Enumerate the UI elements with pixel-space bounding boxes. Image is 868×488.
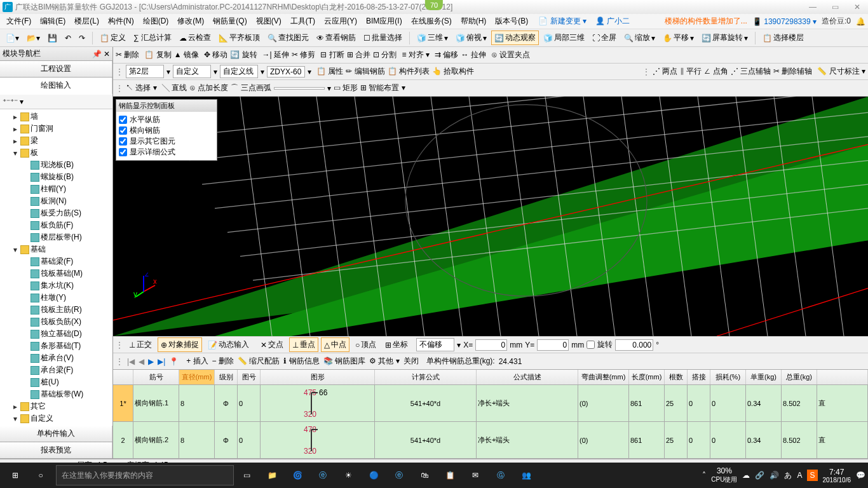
table-row[interactable]: 1*横向钢筋.18Φ047532066541+40*d净长+端头(0)86125… — [113, 385, 868, 422]
people-icon[interactable]: 👥 — [513, 463, 539, 488]
maximize-button[interactable]: ▭ — [827, 3, 844, 11]
menu-modify[interactable]: 修改(M) — [173, 15, 208, 28]
ime2-icon[interactable]: S — [807, 470, 817, 481]
merge-button[interactable]: ⊞ 合并 — [347, 50, 370, 60]
rect-button[interactable]: ▭ 矩形 — [334, 83, 358, 93]
zoom-button[interactable]: 🔍 缩放 ▾ — [621, 30, 658, 45]
menu-new-change[interactable]: 📄 新建变更 ▾ — [534, 15, 590, 28]
windows-taskbar[interactable]: ⊞ ○ 在这里输入你要搜索的内容 ▭ 📁 🌀 ⓔ ☀ 🔵 ⓔ 🛍 📋 ✉ Ⓖ 👥… — [0, 463, 868, 488]
tree-node[interactable]: 桩(U) — [1, 376, 111, 388]
object-snap-button[interactable]: ⊕ 对象捕捉 — [158, 337, 202, 352]
tree-node[interactable]: ▸墙 — [1, 111, 111, 123]
three-aux-button[interactable]: ⋰ 三点辅轴 — [731, 66, 771, 77]
table-row[interactable]: 2横向钢筋.28Φ0478320541+40*d净长+端头(0)86125000… — [113, 422, 868, 459]
smart-button[interactable]: ⊞ 智能布置 ▾ — [360, 83, 405, 93]
tree-node[interactable]: 集水坑(K) — [1, 280, 111, 292]
screen-rotate-button[interactable]: 🔄 屏幕旋转 ▾ — [698, 30, 751, 45]
opt-horizontal[interactable]: 水平纵筋 — [119, 114, 214, 125]
tree-node[interactable]: 现浇板(B) — [1, 159, 111, 171]
menu-cloud[interactable]: 云应用(Y) — [320, 15, 361, 28]
app-icon-1[interactable]: 📁 — [259, 463, 285, 488]
undo-icon[interactable]: ↶ — [62, 32, 74, 44]
define-button[interactable]: 📋 定义 — [97, 30, 129, 45]
select-button[interactable]: ↖ 选择 ▾ — [126, 83, 157, 93]
tab-draw-input[interactable]: 绘图输入 — [0, 78, 112, 95]
app-icon-6[interactable]: Ⓖ — [488, 463, 513, 488]
app-icon-5[interactable]: 📋 — [437, 463, 463, 488]
parallel-button[interactable]: ∥ 平行 — [680, 66, 702, 77]
network-icon[interactable]: 🔗 — [755, 471, 764, 480]
fullscreen-button[interactable]: ⛶ 全屏 — [589, 30, 620, 45]
pan-button[interactable]: ✋ 平移 ▾ — [660, 30, 697, 45]
redo-icon[interactable]: ↷ — [76, 32, 88, 44]
opt-other[interactable]: 显示其它图元 — [119, 136, 214, 147]
tray-up-icon[interactable]: ˄ — [702, 471, 706, 480]
menu-version[interactable]: 版本号(B) — [491, 15, 532, 28]
app-icon-3[interactable]: ☀ — [336, 463, 361, 488]
rotate-checkbox[interactable] — [587, 341, 595, 349]
cross-button[interactable]: ✕ 交点 — [257, 337, 287, 352]
line-button[interactable]: ╲ 直线 — [162, 83, 187, 93]
mid-button[interactable]: △ 中点 — [321, 337, 349, 352]
mail-icon[interactable]: ✉ — [463, 463, 488, 488]
tree-node[interactable]: ▾板 — [1, 147, 111, 159]
tab-single-input[interactable]: 单构件输入 — [0, 426, 112, 442]
rotate-button[interactable]: 🔄 旋转 — [230, 50, 257, 60]
trim-button[interactable]: ✂ 修剪 — [292, 50, 315, 60]
tree-node[interactable]: 承台梁(F) — [1, 364, 111, 376]
local-3d-button[interactable]: 🧊 局部三维 — [540, 30, 588, 45]
open-file-icon[interactable]: 📂▾ — [24, 32, 43, 44]
tree-node[interactable]: 柱墩(Y) — [1, 292, 111, 304]
two-point-button[interactable]: ⋰ 两点 — [653, 66, 677, 77]
other-button[interactable]: ⚙ 其他 ▾ — [369, 356, 400, 367]
task-view-icon[interactable]: ▭ — [234, 463, 259, 488]
rebar-lib-button[interactable]: 📚 钢筋图库 — [323, 356, 365, 367]
align-button[interactable]: ≡ 对齐 ▾ — [402, 50, 430, 60]
flat-button[interactable]: 📐 平齐板顶 — [215, 30, 263, 45]
edge-icon[interactable]: ⓔ — [310, 463, 336, 488]
opt-transverse[interactable]: 横向钢筋 — [119, 125, 214, 136]
dynamic-view-button[interactable]: 🔄 动态观察 — [491, 30, 539, 45]
pick-button[interactable]: 👆 拾取构件 — [432, 66, 474, 77]
tree-node[interactable]: 筏板主筋(R) — [1, 304, 111, 316]
dyn-input-button[interactable]: 📝 动态输入 — [205, 337, 252, 352]
prev-icon[interactable]: ◀ — [139, 357, 144, 366]
3d-viewport[interactable]: 钢筋显示控制面板 水平纵筋 横向钢筋 显示其它图元 显示详细公式 x y z — [113, 97, 868, 336]
move-button[interactable]: ✥ 移动 — [204, 50, 227, 60]
taskbar-search[interactable]: 在这里输入你要搜索的内容 — [56, 465, 234, 485]
copy-button[interactable]: 📋 复制 — [144, 50, 171, 60]
cloud-check-button[interactable]: ☁ 云检查 — [176, 30, 214, 45]
tab-report-preview[interactable]: 报表预览 — [0, 442, 112, 458]
edit-rebar-button[interactable]: ✏ 编辑钢筋 — [346, 66, 384, 77]
goto-icon[interactable]: 📍 — [169, 357, 179, 366]
menu-bim[interactable]: BIM应用(I) — [362, 15, 406, 28]
sum-button[interactable]: ∑ 汇总计算 — [130, 30, 175, 45]
menu-component[interactable]: 构件(N) — [104, 15, 138, 28]
cortana-icon[interactable]: ○ — [28, 463, 53, 488]
origin-button[interactable]: ⊙ 设置夹点 — [491, 50, 530, 60]
end-button[interactable]: ○ 顶点 — [352, 337, 379, 352]
menu-rebar[interactable]: 钢筋量(Q) — [209, 15, 250, 28]
ie-icon[interactable]: ⓔ — [386, 463, 412, 488]
insert-button[interactable]: + 插入 — [186, 356, 208, 367]
dim-button[interactable]: 📏 尺寸标注 ▾ — [817, 66, 865, 77]
save-icon[interactable]: 💾 — [44, 32, 60, 44]
delete-row-button[interactable]: − 删除 — [212, 356, 234, 367]
rebar-grid[interactable]: 筋号 直径(mm) 级别 图号 图形 计算公式 公式描述 弯曲调整(mm) 长度… — [113, 369, 868, 459]
tree-node[interactable]: 板受力筋(S) — [1, 207, 111, 219]
menu-view[interactable]: 视图(V) — [252, 15, 285, 28]
scale-button[interactable]: 📏 缩尺配筋 — [238, 356, 280, 367]
arc-dropdown[interactable] — [274, 87, 325, 90]
phone-label[interactable]: 📱 13907298339 ▾ — [752, 17, 817, 26]
store-icon[interactable]: 🛍 — [412, 463, 437, 488]
tree-node[interactable]: 筏板负筋(X) — [1, 316, 111, 328]
top-view-button[interactable]: 🧊 俯视 ▾ — [452, 30, 490, 45]
x-input[interactable] — [475, 339, 507, 351]
tree-node[interactable]: ▸门窗洞 — [1, 123, 111, 135]
first-icon[interactable]: |◀ — [127, 357, 135, 366]
ime-icon[interactable]: あ — [784, 470, 792, 481]
break-button[interactable]: ⊟ 打断 — [320, 50, 344, 60]
tree-node[interactable]: ▸其它 — [1, 400, 111, 412]
app-icon-4[interactable]: 🔵 — [361, 463, 386, 488]
start-button[interactable]: ⊞ — [3, 463, 28, 488]
